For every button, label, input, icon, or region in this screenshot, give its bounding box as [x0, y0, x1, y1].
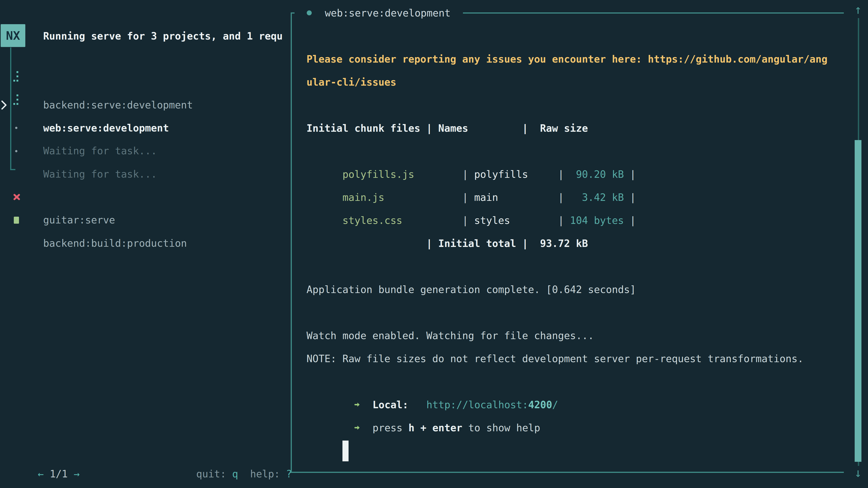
pager-left-icon[interactable]: ←: [38, 468, 44, 480]
column-separator: |: [384, 192, 474, 203]
arrow-right-icon: [354, 424, 361, 432]
initial-total-row: | Initial total | 93.72 kB: [307, 232, 844, 255]
gap: [361, 399, 373, 411]
gap: [361, 422, 373, 433]
local-url[interactable]: http://localhost:4200/: [426, 399, 558, 411]
column-separator: |: [624, 192, 636, 203]
task-label: backend:build:production: [43, 232, 187, 255]
url-host: http://localhost:: [426, 399, 528, 411]
panel-border-stub: [291, 12, 294, 13]
blank-line: [307, 301, 844, 324]
terminal-cursor: [342, 441, 348, 461]
column-separator: |: [402, 215, 474, 226]
panel-border-top: [463, 12, 844, 13]
watch-mode-line: Watch mode enabled. Watching for file ch…: [307, 324, 844, 347]
key-h: h: [408, 422, 414, 433]
quit-hint-label: quit:: [196, 468, 232, 480]
url-port: 4200: [528, 399, 552, 411]
blank-line: [307, 255, 844, 278]
chunk-name: polyfills: [474, 168, 528, 180]
scroll-down-icon[interactable]: ↓: [851, 465, 865, 481]
sidebar-task-guitar-serve[interactable]: guitar:serve: [0, 186, 289, 208]
key-enter: enter: [432, 422, 462, 433]
file-name: polyfills.js: [342, 168, 414, 180]
sidebar-task-backend-serve[interactable]: backend:serve:development: [0, 70, 289, 94]
raw-size: 3.42 kB: [570, 192, 624, 203]
raw-size: 104 bytes: [570, 215, 624, 226]
chunk-name: styles: [474, 215, 510, 226]
hint-separator: [238, 468, 250, 480]
terminal-output: Please consider reporting any issues you…: [307, 48, 844, 440]
sidebar-task-waiting-2[interactable]: Waiting for task...: [0, 140, 289, 163]
sidebar-task-web-serve[interactable]: web:serve:development: [0, 94, 289, 117]
raw-size: 90.20 kB: [570, 168, 624, 180]
keyboard-hints: quit: q help: ?: [172, 440, 292, 462]
task-label: Waiting for task...: [43, 163, 157, 186]
hint-text: to show help: [462, 422, 540, 433]
chunk-table-row: polyfills.js | polyfills | 90.20 kB |: [307, 140, 844, 163]
hint-text: press: [373, 422, 408, 433]
hint-text: +: [414, 422, 432, 433]
nx-logo: NX: [1, 24, 25, 47]
sidebar-task-backend-build[interactable]: backend:build:production: [0, 209, 289, 232]
sidebar-task-waiting-1[interactable]: Waiting for task...: [0, 116, 289, 139]
pager-page-indicator: 1/1: [43, 468, 73, 480]
chunk-name: main: [474, 192, 498, 203]
gap: [408, 399, 426, 411]
note-line: NOTE: Raw file sizes do not reflect deve…: [307, 347, 844, 370]
local-url-line: Local: http://localhost:4200/: [307, 370, 844, 393]
local-label: Local:: [373, 399, 408, 411]
column-separator: |: [528, 168, 570, 180]
column-separator: |: [624, 215, 636, 226]
file-name: main.js: [342, 192, 384, 203]
column-separator: |: [624, 168, 636, 180]
pager-right-icon[interactable]: →: [74, 468, 80, 480]
file-name: styles.css: [342, 215, 402, 226]
app-title: Running serve for 3 projects, and 1 requ: [43, 25, 289, 48]
panel-border-bottom: [291, 472, 844, 473]
bundle-complete-line: Application bundle generation complete. …: [307, 278, 844, 301]
running-dot-icon: [307, 10, 312, 15]
indent: [342, 399, 354, 411]
scrollbar-thumb[interactable]: [855, 140, 862, 462]
panel-title: web:serve:development: [325, 7, 451, 19]
panel-title-row: web:serve:development: [291, 2, 844, 24]
blank-line: [307, 94, 844, 117]
notice-line: ular-cli/issues: [307, 71, 844, 94]
column-separator: |: [510, 215, 570, 226]
column-separator: |: [414, 168, 474, 180]
help-hint-label: help:: [250, 468, 286, 480]
chunk-table-header: Initial chunk files | Names | Raw size: [307, 117, 844, 140]
nx-logo-label: NX: [6, 29, 20, 42]
scroll-up-icon[interactable]: ↑: [851, 2, 865, 18]
indent: [342, 422, 354, 433]
arrow-right-icon: [354, 400, 361, 409]
pager: ← 1/1 →: [14, 440, 80, 462]
panel-border-left: [291, 13, 292, 473]
column-separator: |: [498, 192, 570, 203]
nx-terminal-ui: NX Running serve for 3 projects, and 1 r…: [0, 0, 868, 488]
url-slash: /: [552, 399, 558, 411]
quit-key: q: [232, 468, 238, 480]
notice-line: Please consider reporting any issues you…: [307, 48, 844, 71]
